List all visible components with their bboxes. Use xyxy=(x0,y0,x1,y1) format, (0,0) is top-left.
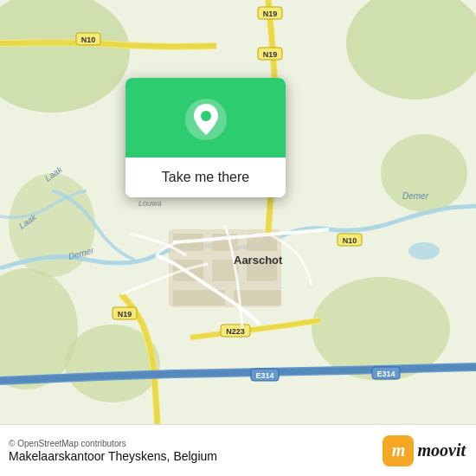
place-name: Makelaarskantoor Theyskens, Belgium xyxy=(9,449,217,463)
svg-text:N19: N19 xyxy=(118,310,132,318)
openstreetmap-credit: © OpenStreetMap contributors xyxy=(9,439,217,448)
svg-text:N10: N10 xyxy=(81,35,96,44)
bottom-bar: © OpenStreetMap contributors Makelaarska… xyxy=(0,424,476,476)
svg-point-41 xyxy=(201,111,211,121)
svg-text:Demer: Demer xyxy=(402,191,429,201)
svg-point-8 xyxy=(408,242,440,260)
map-background: N10 N19 N10 N19 N19 N223 E314 E314 xyxy=(0,0,476,424)
svg-text:N19: N19 xyxy=(263,10,278,18)
map-container: N10 N19 N10 N19 N19 N223 E314 E314 xyxy=(0,0,476,424)
svg-text:Louwa: Louwa xyxy=(138,199,162,208)
popup-icon-area xyxy=(125,78,286,158)
popup-card: Take me there xyxy=(125,78,286,197)
bottom-left: © OpenStreetMap contributors Makelaarska… xyxy=(9,439,217,463)
svg-text:Aarschot: Aarschot xyxy=(234,254,283,267)
svg-text:E314: E314 xyxy=(376,370,395,378)
moovit-text: moovit xyxy=(417,441,466,460)
svg-text:E314: E314 xyxy=(255,371,273,380)
moovit-logo[interactable]: m moovit xyxy=(383,435,466,466)
moovit-icon: m xyxy=(383,435,414,466)
svg-text:N10: N10 xyxy=(343,236,357,245)
location-pin-icon xyxy=(183,97,228,142)
take-me-there-button[interactable]: Take me there xyxy=(125,158,286,197)
svg-text:N19: N19 xyxy=(263,50,278,59)
